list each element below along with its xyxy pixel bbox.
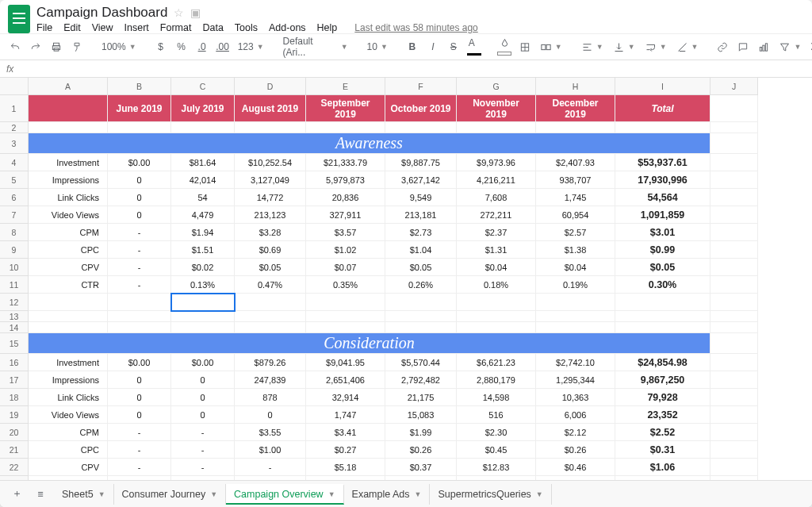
data-cell[interactable]: 327,911 [306,206,385,224]
row-header-17[interactable]: 17 [0,371,29,389]
data-cell[interactable]: 0 [108,189,171,206]
select-all-corner[interactable] [0,78,29,95]
data-cell[interactable]: 938,707 [536,171,615,189]
menu-add-ons[interactable]: Add-ons [269,22,306,33]
col-header-I[interactable]: I [615,78,710,95]
data-cell[interactable]: 0.35% [235,476,306,480]
data-cell[interactable]: $10,252.54 [235,154,306,171]
row-header-4[interactable]: 4 [0,154,29,171]
data-cell[interactable]: 4,479 [171,206,235,224]
sheet-tab[interactable]: Sheet5▼ [54,484,114,505]
data-cell[interactable]: - [108,476,171,480]
dec-decrease-button[interactable]: .0 [193,37,211,56]
row-header-14[interactable]: 14 [0,322,29,333]
data-cell[interactable]: $5,570.44 [385,354,457,371]
borders-button[interactable] [516,37,534,56]
data-cell[interactable]: $5.18 [306,459,385,476]
merge-button[interactable]: ▼ [537,41,565,53]
data-cell[interactable]: 0.26% [385,276,457,294]
data-cell[interactable]: - [171,459,235,476]
data-cell[interactable]: $1.38 [536,241,615,259]
italic-button[interactable]: I [424,37,442,56]
data-cell[interactable]: 0.13% [171,276,235,294]
row-header-15[interactable]: 15 [0,333,29,354]
row-header-22[interactable]: 22 [0,459,29,476]
data-cell[interactable]: 0 [108,406,171,424]
data-cell[interactable]: 1.24% [306,476,385,480]
data-cell[interactable]: $1.99 [385,424,457,441]
data-cell[interactable]: $0.27 [306,441,385,459]
more-formats-select[interactable]: 123▼ [235,41,267,52]
col-header-A[interactable]: A [29,78,108,95]
data-cell[interactable]: 2,880,179 [457,371,536,389]
data-cell[interactable]: 0.18% [457,276,536,294]
paint-format-button[interactable] [68,37,86,56]
font-select[interactable]: Default (Ari...▼ [280,36,351,58]
data-cell[interactable]: 0.47% [235,276,306,294]
data-cell[interactable]: 1,745 [536,189,615,206]
data-cell[interactable]: 1,295,344 [536,371,615,389]
data-cell[interactable]: 2,792,482 [385,371,457,389]
percent-button[interactable]: % [173,37,190,56]
data-cell[interactable]: 0 [171,371,235,389]
data-cell[interactable]: $2.12 [536,424,615,441]
data-cell[interactable]: $0.00 [108,154,171,171]
data-cell[interactable]: 3,627,142 [385,171,457,189]
col-header-C[interactable]: C [171,78,235,95]
menu-edit[interactable]: Edit [63,22,81,33]
row-header-7[interactable]: 7 [0,206,29,224]
row-header-11[interactable]: 11 [0,276,29,294]
zoom-select[interactable]: 100%▼ [98,41,140,52]
row-header-13[interactable]: 13 [0,311,29,322]
data-cell[interactable]: $0.00 [171,354,235,371]
data-cell[interactable]: $81.64 [171,154,235,171]
row-header-10[interactable]: 10 [0,259,29,276]
data-cell[interactable]: $2.30 [457,424,536,441]
data-cell[interactable]: 1,747 [306,406,385,424]
data-cell[interactable]: 213,181 [385,206,457,224]
add-sheet-button[interactable]: ＋ [6,487,27,501]
data-cell[interactable]: $6,621.23 [457,354,536,371]
grid[interactable]: ABCDEFGHIJ1June 2019July 2019August 2019… [0,78,812,480]
col-header-H[interactable]: H [536,78,615,95]
data-cell[interactable]: $0.04 [457,259,536,276]
menu-help[interactable]: Help [317,22,338,33]
data-cell[interactable]: 0 [108,389,171,406]
menu-data[interactable]: Data [202,22,223,33]
functions-button[interactable]: Σ▼ [807,41,812,52]
data-cell[interactable]: 0 [108,171,171,189]
data-cell[interactable]: $0.05 [235,259,306,276]
fill-color-button[interactable] [496,37,513,56]
menu-tools[interactable]: Tools [235,22,258,33]
all-sheets-button[interactable]: ≡ [30,489,51,500]
rotate-button[interactable]: ▼ [673,41,702,53]
data-cell[interactable]: $2.73 [385,224,457,241]
undo-button[interactable] [6,37,24,56]
bold-button[interactable]: B [404,37,421,56]
row-header-21[interactable]: 21 [0,441,29,459]
data-cell[interactable]: $1.00 [235,441,306,459]
data-cell[interactable]: 15,083 [385,406,457,424]
data-cell[interactable]: $12.83 [457,459,536,476]
comment-button[interactable] [734,37,752,56]
col-header-J[interactable]: J [710,78,758,95]
data-cell[interactable]: 0 [171,406,235,424]
data-cell[interactable]: 3,127,049 [235,171,306,189]
data-cell[interactable]: $2.57 [536,224,615,241]
data-cell[interactable]: $0.02 [171,259,235,276]
sheet-tab[interactable]: SupermetricsQueries▼ [430,484,551,505]
data-cell[interactable]: $3.28 [235,224,306,241]
data-cell[interactable]: 9,549 [385,189,457,206]
col-header-B[interactable]: B [108,78,171,95]
strike-button[interactable]: S [445,37,462,56]
menu-view[interactable]: View [92,22,113,33]
menu-format[interactable]: Format [160,22,192,33]
data-cell[interactable]: - [171,424,235,441]
data-cell[interactable]: $1.51 [171,241,235,259]
row-header-18[interactable]: 18 [0,389,29,406]
col-header-G[interactable]: G [457,78,536,95]
data-cell[interactable]: $0.07 [306,259,385,276]
sheet-tab[interactable]: Consumer Journey▼ [114,484,227,505]
col-header-E[interactable]: E [306,78,385,95]
data-cell[interactable]: $0.45 [457,441,536,459]
